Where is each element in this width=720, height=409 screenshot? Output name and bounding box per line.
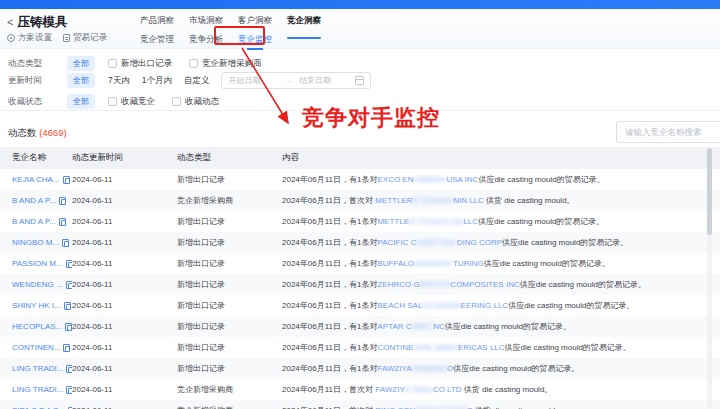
content-text: 2024年06月11日，有1条对 (282, 364, 377, 373)
scheme-settings-link[interactable]: 方案设置 (7, 32, 52, 44)
monitor-copy-icon[interactable] (59, 197, 66, 205)
content-text: 2024年06月11日，有1条对 (282, 238, 377, 247)
date-range-picker[interactable]: 开始日期 → 结束日期 (221, 72, 371, 89)
trade-records-link[interactable]: 贸易记录 (63, 32, 107, 44)
content-company-link[interactable]: COMPOSITES INC (450, 280, 519, 289)
monitor-copy-icon[interactable] (64, 302, 71, 310)
redacted-text: R TOLEDO QA (409, 217, 463, 226)
company-name-link[interactable]: PASSION M... (12, 259, 63, 268)
filter-chip-all[interactable]: 全部 (67, 94, 95, 109)
top-blue-bar (0, 0, 720, 9)
scrollbar-thumb[interactable] (707, 148, 712, 235)
content-company-link[interactable]: LLC (463, 217, 478, 226)
monitor-copy-icon[interactable] (66, 365, 72, 373)
table-row[interactable]: NINGBO M...2024-06-11新增出口记录2024年06月11日，有… (0, 232, 720, 253)
filter-chip-all[interactable]: 全部 (67, 73, 95, 88)
col-header-company: 竞企名称 (0, 152, 72, 164)
dynamic-type-cell: 新增出口记录 (177, 237, 282, 248)
content-text: 供货 die casting mould。 (462, 385, 553, 394)
content-company-link[interactable]: EERING LLC (461, 301, 509, 310)
checkbox-label: 竞企新增采购商 (202, 58, 262, 70)
company-name-link[interactable]: LING TRADI... (12, 364, 63, 373)
content-company-link[interactable]: NIN LLC (453, 196, 484, 205)
tab-competition-analysis[interactable]: 竞争分析 (189, 34, 223, 46)
content-company-link[interactable]: TURING (453, 259, 484, 268)
content-company-link[interactable]: NC (433, 322, 445, 331)
tab-competitor-management[interactable]: 竞企管理 (140, 34, 174, 46)
content-company-link[interactable]: PACIFIC C (377, 238, 416, 247)
tab-competitor-monitoring[interactable]: 竞企监控 (238, 34, 272, 46)
company-name-link[interactable]: HECOPLAS... (12, 322, 62, 331)
filter-label: 动态类型 (8, 58, 67, 70)
table-row[interactable]: B AND A P...2024-06-11新增出口记录2024年06月11日，… (0, 211, 720, 232)
company-name-link[interactable]: KEJIA CHA... (12, 175, 60, 184)
checkbox-favorite-dynamic[interactable]: 收藏动态 (172, 96, 219, 108)
table-row[interactable]: PASSION M...2024-06-11新增出口记录2024年06月11日，… (0, 253, 720, 274)
monitor-copy-icon[interactable] (62, 239, 69, 247)
content-company-link[interactable]: EXCO EN (377, 175, 413, 184)
content-company-link[interactable]: METTLE (377, 217, 409, 226)
content-company-link[interactable]: DING CORP (457, 238, 502, 247)
checkbox-new-export-record[interactable]: 新增出口记录 (108, 58, 172, 70)
monitor-copy-icon[interactable] (59, 218, 66, 226)
company-name-link[interactable]: B AND A P... (12, 196, 56, 205)
table-row[interactable]: LING TRADI...2024-06-11新增出口记录2024年06月11日… (0, 358, 720, 379)
table-row[interactable]: LING TRADI...2024-06-11竞企新增采购商2024年06月11… (0, 379, 720, 400)
checkbox-new-buyer[interactable]: 竞企新增采购商 (189, 58, 262, 70)
monitor-copy-icon[interactable] (63, 344, 70, 352)
checkbox-favorite-competitor[interactable]: 收藏竞企 (108, 96, 155, 108)
redacted-text: OAST HOL (416, 238, 456, 247)
search-input[interactable] (616, 121, 720, 143)
company-name-link[interactable]: NINGBO M... (12, 238, 59, 247)
monitor-copy-icon[interactable] (63, 176, 70, 184)
company-name-link[interactable]: B AND A P... (12, 217, 56, 226)
monitor-copy-icon[interactable] (66, 260, 72, 268)
option-custom[interactable]: 自定义 (184, 75, 210, 87)
tab-customer-insight[interactable]: 客户洞察 (238, 15, 272, 30)
back-chevron-icon[interactable]: < (7, 17, 13, 28)
content-company-link[interactable]: FAWZIY (375, 385, 404, 394)
tab-competitor-insight[interactable]: 竞企洞察 (287, 15, 321, 30)
dynamic-type-cell: 新增出口记录 (177, 321, 282, 332)
monitor-copy-icon[interactable] (66, 281, 72, 289)
content-company-link[interactable]: FAWZIYA (377, 364, 411, 373)
content-company-link[interactable]: CO LTD (433, 385, 462, 394)
option-7-days[interactable]: 7天内 (108, 75, 130, 87)
company-name-cell: LING TRADI... (0, 364, 72, 373)
table-row[interactable]: CONTINEN...2024-06-11新增出口记录2024年06月11日，有… (0, 337, 720, 358)
scrollbar-track[interactable] (707, 148, 712, 409)
table-row[interactable]: SIPA S P A S...2024-06-11竞企新增采购商2024年06月… (0, 400, 720, 409)
content-company-link[interactable]: CONTINE (377, 343, 413, 352)
tab-product-insight[interactable]: 产品洞察 (140, 15, 174, 30)
update-date-cell: 2024-06-11 (72, 238, 177, 247)
option-1-month[interactable]: 1个月内 (142, 75, 172, 87)
back-title-row[interactable]: < 压铸模具 (7, 14, 67, 31)
table-row[interactable]: WENDENG ...2024-06-11新增出口记录2024年06月11日，有… (0, 274, 720, 295)
dynamic-type-cell: 新增出口记录 (177, 363, 282, 374)
company-name-cell: NINGBO M... (0, 238, 72, 247)
table-row[interactable]: SHINY HK I...2024-06-11新增出口记录2024年06月11日… (0, 295, 720, 316)
content-company-link[interactable]: BUFFALO (377, 259, 413, 268)
monitor-copy-icon[interactable] (66, 386, 72, 394)
content-company-link[interactable]: ERICAS LLC (458, 343, 505, 352)
company-name-link[interactable]: CONTINEN... (12, 343, 60, 352)
content-company-link[interactable]: USA INC (446, 175, 478, 184)
checkbox-icon (108, 97, 117, 106)
table-row[interactable]: B AND A P...2024-06-11竞企新增采购商2024年06月11日… (0, 190, 720, 211)
tab-market-insight[interactable]: 市场洞察 (189, 15, 223, 30)
content-text: 2024年06月11日，有1条对 (282, 175, 377, 184)
filter-chip-all[interactable]: 全部 (67, 56, 95, 71)
content-company-link[interactable]: APTAR C (377, 322, 411, 331)
company-name-link[interactable]: SHINY HK I... (12, 301, 61, 310)
update-date-cell: 2024-06-11 (72, 301, 177, 310)
content-company-link[interactable]: ZEHRCO G (377, 280, 419, 289)
company-name-link[interactable]: LING TRADI... (12, 385, 63, 394)
table-row[interactable]: KEJIA CHA...2024-06-11新增出口记录2024年06月11日，… (0, 169, 720, 190)
content-company-link[interactable]: BEACH SAL (377, 301, 422, 310)
dynamic-type-cell: 新增出口记录 (177, 258, 282, 269)
table-row[interactable]: HECOPLAS...2024-06-11新增出口记录2024年06月11日，有… (0, 316, 720, 337)
update-date-cell: 2024-06-11 (72, 280, 177, 289)
content-company-link[interactable]: METTLER (375, 196, 412, 205)
company-name-link[interactable]: WENDENG ... (12, 280, 63, 289)
monitor-copy-icon[interactable] (65, 323, 72, 331)
